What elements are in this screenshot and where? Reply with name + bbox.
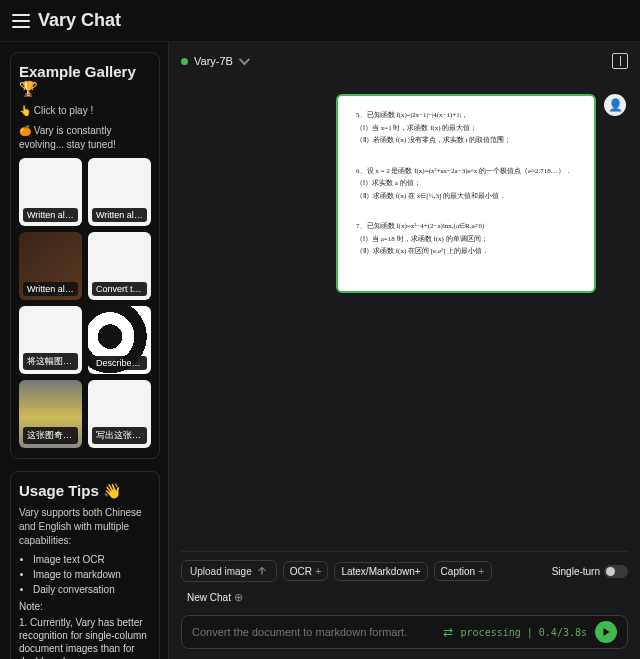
tip-item: Image text OCR <box>33 554 151 565</box>
doc-line: （Ⅱ）求函数 f(x) 在区间 [e,e²] 上的最小值． <box>356 246 576 257</box>
gallery-caption: Written all … <box>23 282 78 296</box>
doc-line: 6、设 x = 2 是函数 f(x)=(x²+ax−2a−3)e^x 的一个极值… <box>356 166 576 177</box>
gallery-caption: 这张图奇怪… <box>23 427 78 444</box>
gallery-subtext-evolving: 🍊 Vary is constantly evolving... stay tu… <box>19 124 151 152</box>
plus-icon: + <box>478 565 484 577</box>
gallery-caption: 写出这张图… <box>92 427 147 444</box>
gallery-item[interactable]: Convert th… <box>88 232 151 300</box>
gallery-item[interactable]: 将这幅图片… <box>19 306 82 374</box>
ocr-chip[interactable]: OCR+ <box>283 561 329 581</box>
uploaded-image[interactable]: 5、已知函数 f(x)=|2x−1|−|4(x−1)+1|， （Ⅰ）当 x=1 … <box>336 94 596 293</box>
tips-note-label: Note: <box>19 601 151 612</box>
tips-intro: Vary supports both Chinese and English w… <box>19 506 151 548</box>
gallery-subtext-play: 👆 Click to play ! <box>19 104 151 118</box>
tips-title: Usage Tips 👋 <box>19 482 151 500</box>
single-turn-label: Single-turn <box>552 566 600 577</box>
tips-note-1: 1. Currently, Vary has better recognitio… <box>19 616 151 659</box>
user-avatar: 👤 <box>604 94 626 116</box>
usage-tips: Usage Tips 👋 Vary supports both Chinese … <box>10 471 160 659</box>
model-name: Vary-7B <box>194 55 233 67</box>
doc-line: （Ⅰ）当 x=1 时，求函数 f(x) 的最大值； <box>356 123 576 134</box>
app-title: Vary Chat <box>38 10 121 31</box>
chat-area: Vary-7B 5、已知函数 f(x)=|2x−1|−|4(x−1)+1|， （… <box>168 42 640 659</box>
gallery-caption: Written all … <box>92 208 147 222</box>
processing-status: processing | 0.4/3.8s <box>461 627 587 638</box>
play-icon <box>600 626 612 638</box>
example-gallery: Example Gallery 🏆 👆 Click to play ! 🍊 Va… <box>10 52 160 459</box>
swap-icon[interactable]: ⇄ <box>443 625 453 639</box>
sidebar: Example Gallery 🏆 👆 Click to play ! 🍊 Va… <box>0 42 168 659</box>
doc-line: 7、已知函数 f(x)=x²−4+(2−a)lnx,(a∈R,a≠0) <box>356 221 576 232</box>
user-message: 5、已知函数 f(x)=|2x−1|−|4(x−1)+1|， （Ⅰ）当 x=1 … <box>183 94 626 293</box>
upload-image-button[interactable]: Upload image <box>181 560 277 582</box>
upload-label: Upload image <box>190 566 252 577</box>
gallery-item[interactable]: Written all … <box>88 158 151 226</box>
plus-icon: + <box>315 565 321 577</box>
gallery-caption: 将这幅图片… <box>23 353 78 370</box>
gallery-caption: Describe t… <box>92 356 147 370</box>
gallery-item[interactable]: 这张图奇怪… <box>19 380 82 448</box>
new-chat-button[interactable]: New Chat ⊕ <box>181 588 249 607</box>
chevron-down-icon <box>239 54 250 65</box>
status-dot-icon <box>181 58 188 65</box>
latex-chip[interactable]: Latex/Markdown+ <box>334 562 427 581</box>
gallery-item[interactable]: Written all … <box>19 232 82 300</box>
model-selector[interactable]: Vary-7B <box>181 55 247 67</box>
gallery-caption: Written all … <box>23 208 78 222</box>
gallery-title: Example Gallery 🏆 <box>19 63 151 98</box>
doc-line: （Ⅰ）当 a=18 时，求函数 f(x) 的单调区间； <box>356 234 576 245</box>
single-turn-toggle[interactable] <box>604 565 628 578</box>
gallery-item[interactable]: 写出这张图… <box>88 380 151 448</box>
doc-line: （Ⅱ）若函数 f(x) 没有零点，求实数 t 的取值范围； <box>356 135 576 146</box>
message-input[interactable] <box>192 626 435 638</box>
gallery-item[interactable]: Written all … <box>19 158 82 226</box>
gallery-caption: Convert th… <box>92 282 147 296</box>
plus-circle-icon: ⊕ <box>234 591 243 604</box>
doc-line: （Ⅱ）求函数 f(x) 在 x∈[½,3] 的最大值和最小值． <box>356 191 576 202</box>
doc-line: 5、已知函数 f(x)=|2x−1|−|4(x−1)+1|， <box>356 110 576 121</box>
gallery-item[interactable]: Describe t… <box>88 306 151 374</box>
caption-chip[interactable]: Caption+ <box>434 561 492 581</box>
upload-icon <box>256 565 268 577</box>
doc-line: （Ⅰ）求实数 a 的值； <box>356 178 576 189</box>
tip-item: Image to markdown <box>33 569 151 580</box>
send-button[interactable] <box>595 621 617 643</box>
tip-item: Daily conversation <box>33 584 151 595</box>
layout-icon[interactable] <box>612 53 628 69</box>
menu-icon[interactable] <box>12 14 30 28</box>
